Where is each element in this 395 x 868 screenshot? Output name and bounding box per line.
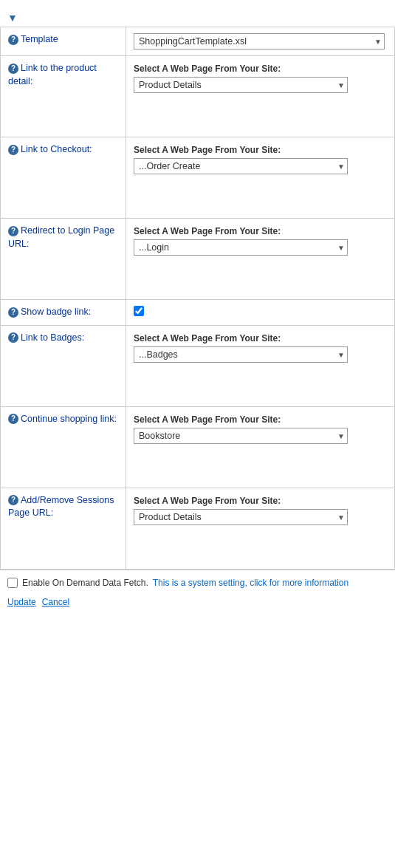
sessions-inner: Select A Web Page From Your Site: Produc…: [134, 494, 387, 525]
template-help-icon[interactable]: ?: [8, 35, 18, 45]
product-detail-control-cell: Select A Web Page From Your Site: Produc…: [126, 56, 395, 137]
badges-select[interactable]: ...Badges: [134, 346, 348, 363]
form-table: ?Template ShoppingCartTemplate.xsl ▼ ?Li…: [0, 27, 395, 570]
badge-link-help-icon[interactable]: ?: [8, 307, 18, 318]
template-label-cell: ?Template: [1, 27, 126, 56]
badge-link-control-cell: [126, 300, 395, 326]
on-demand-checkbox[interactable]: [7, 578, 18, 588]
badges-help-icon[interactable]: ?: [8, 332, 18, 343]
checkout-inner: Select A Web Page From Your Site: ...Ord…: [134, 143, 387, 174]
show-badge-row: ?Show badge link:: [1, 300, 395, 326]
bottom-section: Enable On Demand Data Fetch. This is a s…: [0, 570, 395, 613]
login-label-cell: ?Redirect to Login Page URL:: [1, 219, 126, 300]
login-control-cell: Select A Web Page From Your Site: ...Log…: [126, 219, 395, 300]
badges-label-cell: ?Link to Badges:: [1, 325, 126, 406]
on-demand-label: Enable On Demand Data Fetch.: [22, 578, 148, 588]
continue-shopping-label-cell: ?Continue shopping link:: [1, 406, 126, 488]
continue-shopping-dropdown-label: Select A Web Page From Your Site:: [134, 414, 387, 425]
login-inner: Select A Web Page From Your Site: ...Log…: [134, 225, 387, 256]
badges-inner: Select A Web Page From Your Site: ...Bad…: [134, 332, 387, 363]
on-demand-link[interactable]: This is a system setting, click for more…: [153, 578, 348, 588]
checkout-dropdown-label: Select A Web Page From Your Site:: [134, 145, 387, 155]
update-link[interactable]: Update: [7, 597, 36, 607]
checkout-select[interactable]: ...Order Create: [134, 158, 348, 174]
sessions-select-wrapper: Product Details ▼: [134, 509, 348, 525]
cancel-link[interactable]: Cancel: [42, 597, 69, 607]
checkout-help-icon[interactable]: ?: [8, 145, 18, 155]
badge-link-checkbox[interactable]: [134, 306, 144, 316]
product-detail-dropdown-label: Select A Web Page From Your Site:: [134, 64, 387, 74]
badge-link-checkbox-row: [134, 306, 387, 316]
continue-shopping-label: Continue shopping link:: [21, 414, 117, 424]
product-detail-inner: Select A Web Page From Your Site: Produc…: [134, 62, 387, 93]
sessions-label-cell: ?Add/Remove Sessions Page URL:: [1, 488, 126, 569]
on-demand-row: Enable On Demand Data Fetch. This is a s…: [7, 578, 388, 588]
login-row: ?Redirect to Login Page URL: Select A We…: [1, 219, 395, 300]
badges-control-cell: Select A Web Page From Your Site: ...Bad…: [126, 325, 395, 406]
continue-shopping-help-icon[interactable]: ?: [8, 414, 18, 424]
sessions-control-cell: Select A Web Page From Your Site: Produc…: [126, 488, 395, 569]
badge-link-label: Show badge link:: [21, 307, 91, 317]
product-detail-label-cell: ?Link to the product detail:: [1, 56, 126, 137]
continue-shopping-control-cell: Select A Web Page From Your Site: Bookst…: [126, 406, 395, 488]
template-select[interactable]: ShoppingCartTemplate.xsl: [134, 33, 385, 49]
template-row: ?Template ShoppingCartTemplate.xsl ▼: [1, 27, 395, 56]
checkout-control-cell: Select A Web Page From Your Site: ...Ord…: [126, 137, 395, 219]
sessions-help-icon[interactable]: ?: [8, 495, 18, 505]
login-select[interactable]: ...Login: [134, 239, 348, 256]
product-detail-label: Link to the product detail:: [8, 63, 97, 86]
sessions-select[interactable]: Product Details: [134, 509, 348, 525]
badges-row: ?Link to Badges: Select A Web Page From …: [1, 325, 395, 406]
continue-shopping-select[interactable]: Bookstore: [134, 428, 348, 444]
sessions-row: ?Add/Remove Sessions Page URL: Select A …: [1, 488, 395, 569]
product-detail-help-icon[interactable]: ?: [8, 64, 18, 74]
badge-link-label-cell: ?Show badge link:: [1, 300, 126, 326]
checkout-row: ?Link to Checkout: Select A Web Page Fro…: [1, 137, 395, 219]
product-detail-select-wrapper: Product Details ▼: [134, 77, 348, 93]
badges-label: Link to Badges:: [21, 332, 84, 343]
product-detail-select[interactable]: Product Details: [134, 77, 348, 93]
login-label: Redirect to Login Page URL:: [8, 225, 114, 249]
checkout-label-cell: ?Link to Checkout:: [1, 137, 126, 219]
action-links: Update Cancel: [7, 597, 388, 607]
continue-shopping-select-wrapper: Bookstore ▼: [134, 428, 348, 444]
badges-dropdown-label: Select A Web Page From Your Site:: [134, 333, 387, 344]
sessions-dropdown-label: Select A Web Page From Your Site:: [134, 496, 387, 506]
checkout-label: Link to Checkout:: [21, 144, 92, 154]
sessions-label: Add/Remove Sessions Page URL:: [8, 495, 114, 519]
continue-shopping-row: ?Continue shopping link: Select A Web Pa…: [1, 406, 395, 488]
login-select-wrapper: ...Login ▼: [134, 239, 348, 256]
template-select-wrapper: ShoppingCartTemplate.xsl ▼: [134, 33, 385, 49]
login-dropdown-label: Select A Web Page From Your Site:: [134, 226, 387, 236]
page-wrapper: ▼ ?Template ShoppingCartTemplate.xsl ▼ ?…: [0, 0, 395, 621]
checkout-select-wrapper: ...Order Create ▼: [134, 158, 348, 174]
login-help-icon[interactable]: ?: [8, 226, 18, 236]
continue-shopping-inner: Select A Web Page From Your Site: Bookst…: [134, 413, 387, 444]
badges-select-wrapper: ...Badges ▼: [134, 346, 348, 363]
template-label: Template: [21, 34, 58, 44]
product-detail-row: ?Link to the product detail: Select A We…: [1, 56, 395, 137]
top-arrow: ▼: [0, 7, 395, 27]
template-control-cell: ShoppingCartTemplate.xsl ▼: [126, 27, 395, 56]
